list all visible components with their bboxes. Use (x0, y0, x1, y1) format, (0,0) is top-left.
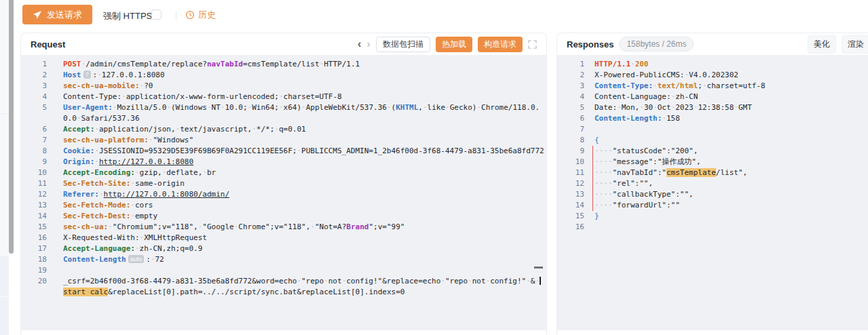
request-line-7: 7sec-ch-ua-platform:·"Windows" (21, 135, 546, 146)
line-number: 1 (557, 59, 584, 70)
chevron-left-icon[interactable]: ‹ (358, 38, 362, 50)
line-number: 15 (21, 222, 47, 233)
request-line-14: 14Sec-Fetch-Dest:·empty (21, 211, 546, 222)
line-number: 4 (21, 92, 47, 102)
line-number: 7 (21, 135, 47, 146)
fullscreen-icon[interactable] (528, 40, 537, 49)
response-editor[interactable]: 1HTTP/1.1·2002X-Powered-PublicCMS:·V4.0.… (557, 55, 868, 330)
code-segment: ·empty (130, 212, 157, 220)
line-number: 5 (21, 102, 47, 124)
render-button[interactable]: 渲染 (842, 35, 868, 54)
history-button[interactable]: 历史 (185, 9, 216, 21)
line-content: HTTP/1.1·200 (595, 59, 868, 70)
whitespace-dot: · (274, 125, 279, 134)
code-segment: ·/admin/cmsTemplate/replace? (81, 60, 207, 68)
code-segment: ·"Windows" (149, 136, 193, 144)
response-line-1: 1HTTP/1.1·200 (557, 59, 868, 70)
whitespace-dot: · (113, 103, 117, 112)
code-segment: · (630, 60, 635, 68)
line-number: 11 (21, 178, 47, 189)
line-number: 5 (557, 102, 584, 113)
code-segment: · (94, 157, 99, 166)
line-number: 16 (557, 222, 584, 233)
line-content: Content-Type:·application/x-www-form-url… (63, 92, 544, 102)
code-segment: start·calc (63, 288, 108, 296)
force-https-checkbox[interactable] (151, 9, 162, 20)
inline-badge: auto (128, 255, 145, 263)
request-line-9: 9Origin:·http://127.0.0.1:8080 (21, 157, 546, 168)
send-request-label: 发送请求 (47, 9, 82, 21)
whitespace-dot: · (423, 103, 428, 112)
line-number: 1 (21, 59, 47, 70)
whitespace-dot: · (603, 168, 608, 177)
whitespace-dot: · (97, 71, 102, 79)
line-content: Referer:·http://127.0.0.1:8080/admin/ (63, 189, 544, 200)
line-content: X-Requested-With:·XMLHttpRequest (63, 233, 544, 243)
line-number: 6 (21, 124, 47, 135)
code-segment: · (99, 190, 104, 199)
request-line-13: 13Sec-Fetch-Mode:·cors (21, 200, 546, 211)
whitespace-dot: · (671, 103, 676, 112)
whitespace-dot: · (94, 146, 99, 155)
code-segment: sec-ch-ua-platform: (63, 136, 149, 144)
beautify-button[interactable]: 美化 (808, 35, 836, 54)
hot-reload-button[interactable]: 热加载 (436, 37, 472, 52)
whitespace-dot: · (279, 103, 284, 112)
chevron-right-icon[interactable]: › (366, 38, 371, 50)
code-segment: ·"Chromium";v="118",·"Google·Chrome";v="… (108, 222, 346, 231)
code-segment: ·JSESSIONID=95329D5E39F69B69F0A291CC119E… (94, 146, 544, 155)
response-line-8: 8{ (557, 135, 868, 146)
line-number: 11 (557, 168, 584, 178)
packet-scan-button[interactable]: 数据包扫描 (376, 37, 430, 52)
request-editor[interactable]: 1POST·/admin/cmsTemplate/replace?navTabI… (21, 55, 546, 330)
line-number: 14 (21, 211, 47, 222)
line-content: ····"forwardUrl":"" (595, 200, 868, 211)
code-segment: ····"statusCode":"200", (595, 146, 698, 155)
whitespace-dot: · (252, 125, 257, 134)
code-segment: User-Agent: (63, 103, 113, 112)
build-request-button[interactable]: 构造请求 (478, 37, 523, 52)
whitespace-dot: · (440, 277, 445, 285)
request-line-20: 20_csrf=2b46f00d-3f68-4479-a831-35be6a8f… (21, 276, 546, 298)
line-number: 9 (21, 157, 47, 168)
whitespace-dot: · (535, 277, 540, 285)
request-scrollbar-thumb[interactable] (534, 267, 543, 269)
code-segment: Sec-Fetch-Mode: (63, 201, 130, 210)
response-line-3: 3Content-Type:·text/html;·charset=utf-8 (557, 81, 868, 92)
whitespace-dot: · (297, 277, 301, 285)
line-content: Date:·Mon,·30·Oct·2023·12:38:58·GMT (595, 102, 868, 113)
line-number: 2 (21, 70, 47, 81)
code-segment: Accept-Encoding: (63, 168, 135, 177)
whitespace-dot: · (248, 103, 252, 112)
whitespace-dot: · (445, 103, 450, 112)
line-number: 10 (557, 157, 584, 168)
code-segment: sec-ch-ua-mobile: (63, 81, 140, 90)
line-content: _csrf=2b46f00d-3f68-4479-a831-35be6a8fd7… (63, 276, 544, 298)
whitespace-dot: · (176, 125, 181, 134)
whitespace-dot: · (94, 157, 99, 166)
code-segment: Content-Language:·zh-CN (595, 92, 698, 101)
sidebar-scrollbar[interactable] (9, 0, 14, 254)
response-line-13: 13····"callbackType":"", (557, 189, 868, 200)
response-panel-header: Responses 158bytes / 26ms 美化 渲染 (557, 33, 868, 55)
code-segment: ·158 (662, 114, 680, 123)
whitespace-dot: · (608, 201, 613, 210)
code-segment: ;·charset=utf-8 (698, 81, 765, 90)
send-request-button[interactable]: 发送请求 (22, 5, 92, 24)
response-line-15: 15} (557, 211, 868, 222)
response-line-11: 11····"navTabId":"cmsTemplate/list", (557, 168, 868, 178)
code-segment: X-Requested-With:·XMLHttpRequest (63, 233, 207, 242)
request-panel: Request ‹ › 数据包扫描 热加载 构造请求 1POST·/admin/… (20, 33, 547, 335)
line-number: 16 (21, 233, 47, 243)
code-segment: X-Powered-PublicCMS:·V4.0.202302 (595, 71, 738, 79)
whitespace-dot: · (162, 168, 167, 177)
code-segment: _csrf=2b46f00d-3f68-4479-a831-35be6a8fd7… (63, 277, 540, 285)
whitespace-dot: · (135, 244, 140, 253)
line-number: 8 (21, 146, 47, 157)
clock-icon (185, 10, 195, 20)
request-line-18: 18Content-Lengthauto:·72 (21, 254, 546, 265)
code-segment: · (653, 81, 658, 90)
line-number: 3 (557, 81, 584, 92)
code-segment: Referer: (63, 190, 99, 199)
whitespace-dot: · (151, 255, 155, 264)
